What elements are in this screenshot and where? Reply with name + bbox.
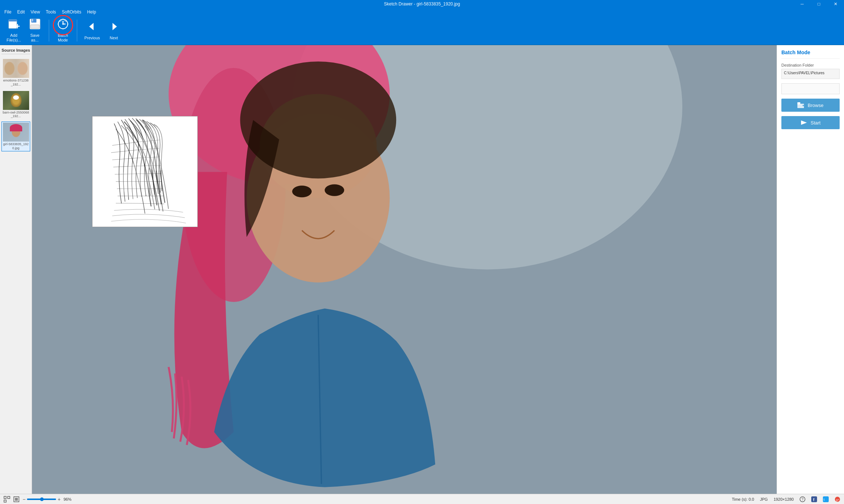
menu-edit[interactable]: Edit	[14, 9, 28, 15]
status-right: Time (s): 0.0 JPG 1920×1280 ? f t g+	[732, 496, 840, 502]
zoom-plus[interactable]: +	[58, 496, 60, 502]
zoom-minus[interactable]: −	[23, 496, 25, 502]
menu-tools[interactable]: Tools	[43, 9, 59, 15]
maximize-button[interactable]: □	[811, 0, 827, 8]
svg-rect-25	[797, 102, 800, 104]
svg-point-20	[325, 184, 344, 196]
save-as-button[interactable]: Saveas...	[25, 18, 44, 43]
svg-rect-31	[15, 498, 18, 501]
title-bar: Sketch Drawer - girl-5833835_1920.jpg ─ …	[0, 0, 844, 8]
add-files-label: AddFile(s)...	[7, 33, 21, 43]
menu-help[interactable]: Help	[84, 9, 99, 15]
help-icon[interactable]: ?	[800, 496, 805, 502]
share-icon[interactable]: g+	[835, 496, 840, 502]
svg-rect-27	[4, 496, 6, 499]
start-icon	[800, 120, 808, 126]
source-image-thumb-0	[3, 59, 29, 78]
destination-folder-path: C:\Users\PAVEL\Pictures	[781, 69, 840, 79]
main-layout: Source Images emotions-371238_192... bar…	[0, 45, 844, 494]
browse-button-label: Browse	[808, 103, 823, 108]
menu-bar: File Edit View Tools SoftOrbits Help	[0, 8, 844, 16]
source-image-thumb-1	[3, 91, 29, 110]
facebook-icon[interactable]: f	[811, 496, 817, 502]
browse-icon	[797, 102, 805, 108]
svg-marker-11	[113, 23, 117, 30]
toolbar-separator-2	[77, 20, 77, 41]
svg-text:g+: g+	[836, 498, 839, 501]
batch-mode-panel-title: Batch Mode	[781, 49, 840, 59]
batch-mode-label: BatchMode	[58, 33, 68, 43]
next-label: Next	[110, 36, 118, 40]
zoom-slider-container: − +	[23, 496, 60, 502]
next-button[interactable]: Next	[104, 18, 123, 43]
next-icon	[108, 21, 120, 34]
destination-folder-section: Destination Folder C:\Users\PAVEL\Pictur…	[781, 63, 840, 79]
save-as-icon	[29, 18, 41, 32]
destination-folder-label: Destination Folder	[781, 63, 840, 67]
add-files-icon	[8, 18, 20, 32]
svg-text:f: f	[813, 497, 815, 502]
menu-file[interactable]: File	[1, 9, 14, 15]
svg-marker-10	[89, 23, 94, 30]
svg-rect-7	[31, 25, 39, 28]
menu-softorbits[interactable]: SoftOrbits	[59, 9, 84, 15]
format-label: JPG	[760, 497, 768, 501]
twitter-icon[interactable]: t	[823, 496, 829, 502]
sketch-svg	[92, 116, 197, 227]
window-controls: ─ □ ✕	[794, 0, 844, 8]
fit-to-screen-icon[interactable]	[4, 496, 10, 503]
status-bar: − + 96% Time (s): 0.0 JPG 1920×1280 ? f …	[0, 494, 844, 504]
browse-button[interactable]: Browse	[781, 99, 840, 112]
photo-svg	[32, 45, 777, 494]
svg-rect-1	[9, 20, 17, 21]
previous-icon	[86, 21, 98, 34]
svg-rect-6	[32, 19, 33, 21]
zoom-value: 96%	[63, 497, 71, 501]
add-files-button[interactable]: AddFile(s)...	[4, 18, 24, 43]
previous-label: Previous	[84, 36, 100, 40]
time-label: Time (s): 0.0	[732, 497, 754, 501]
zoom-slider[interactable]	[27, 499, 56, 500]
sketch-preview-box[interactable]	[92, 116, 198, 227]
svg-point-22	[139, 127, 175, 171]
sidebar-title: Source Images	[1, 48, 30, 54]
save-as-label: Saveas...	[30, 33, 39, 43]
svg-point-19	[292, 186, 312, 197]
svg-text:?: ?	[801, 497, 804, 501]
window-title: Sketch Drawer - girl-5833835_1920.jpg	[384, 1, 460, 7]
source-image-thumb-2	[3, 123, 29, 142]
resolution-label: 1920×1280	[774, 497, 794, 501]
status-left: − + 96%	[4, 496, 71, 503]
svg-point-9	[62, 23, 64, 25]
source-image-item-1[interactable]: barn-owl-2550068_192...	[1, 90, 30, 120]
left-sidebar: Source Images emotions-371238_192... bar…	[0, 45, 32, 494]
minimize-button[interactable]: ─	[794, 0, 811, 8]
toolbar-separator-1	[49, 20, 49, 41]
batch-mode-button[interactable]: BatchMode	[54, 18, 72, 43]
source-image-item-0[interactable]: emotions-371238_192...	[1, 58, 30, 88]
start-button[interactable]: Start	[781, 116, 840, 129]
close-button[interactable]: ✕	[827, 0, 844, 8]
source-image-item-2[interactable]: girl-5833835_1920.jpg	[1, 122, 30, 151]
options-dropdown[interactable]	[781, 83, 840, 94]
svg-point-23	[121, 163, 150, 199]
zoom-thumb	[40, 497, 44, 501]
svg-rect-29	[4, 500, 6, 502]
svg-rect-28	[8, 496, 10, 499]
source-image-label-2: girl-5833835_1920.jpg	[3, 142, 29, 150]
previous-button[interactable]: Previous	[82, 18, 103, 43]
right-panel: Batch Mode Destination Folder C:\Users\P…	[777, 45, 844, 494]
svg-marker-26	[801, 120, 807, 125]
batch-mode-icon	[57, 18, 69, 32]
actual-size-icon[interactable]	[13, 496, 20, 503]
start-button-label: Start	[811, 120, 820, 126]
menu-view[interactable]: View	[28, 9, 43, 15]
source-image-label-0: emotions-371238_192...	[3, 79, 29, 87]
toolbar: AddFile(s)... Saveas...	[0, 16, 844, 45]
source-image-label-1: barn-owl-2550068_192...	[3, 111, 29, 119]
canvas-area[interactable]	[32, 45, 777, 494]
